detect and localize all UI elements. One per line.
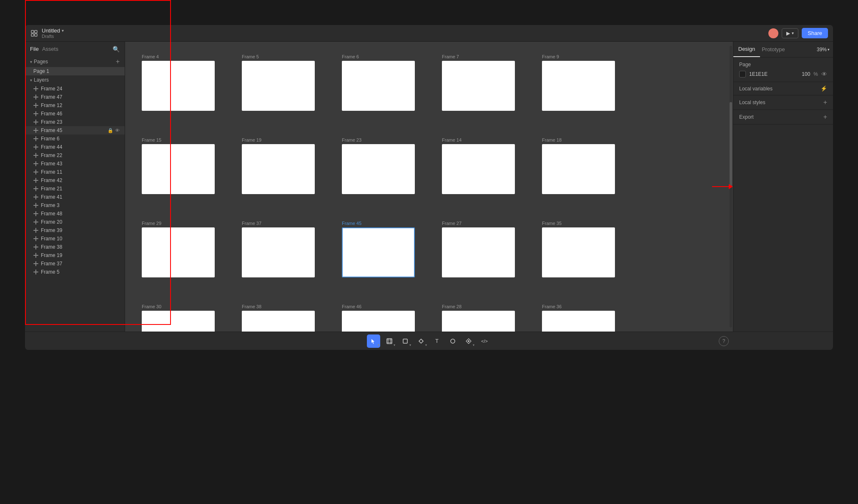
canvas-area[interactable]: Frame 4 Frame 5 Frame 6 Frame 7 (125, 42, 733, 332)
layer-frame22[interactable]: Frame 22 (25, 151, 125, 160)
frame-item-6[interactable]: Frame 6 (342, 54, 417, 117)
frame-box-28[interactable] (442, 311, 515, 332)
tool-components[interactable]: ▾ (462, 334, 475, 348)
file-name[interactable]: Untitled ▾ (42, 27, 64, 34)
frame-item-37[interactable]: Frame 37 (242, 221, 317, 283)
tool-frame[interactable]: ▾ (383, 334, 396, 348)
layer-frame39[interactable]: Frame 39 (25, 226, 125, 235)
frame-box-38[interactable] (242, 311, 315, 332)
local-variables-row[interactable]: Local variables ⚡ (733, 82, 833, 95)
tab-design[interactable]: Design (733, 42, 760, 57)
frame-box-30[interactable] (142, 311, 215, 332)
layer-frame20[interactable]: Frame 20 (25, 218, 125, 226)
layer-frame6[interactable]: Frame 6 (25, 135, 125, 143)
tool-pen[interactable]: ▾ (414, 334, 428, 348)
layer-frame41[interactable]: Frame 41 (25, 193, 125, 201)
layer-frame19[interactable]: Frame 19 (25, 251, 125, 259)
layer-frame5[interactable]: Frame 5 (25, 268, 125, 276)
frame-box-37[interactable] (242, 227, 315, 277)
pages-section-header[interactable]: ▾ Pages + (25, 56, 125, 67)
share-button[interactable]: Share (802, 28, 828, 38)
frame-box-19[interactable] (242, 144, 315, 194)
frame-icon (33, 103, 38, 108)
layers-section-header[interactable]: ▾ Layers (25, 75, 125, 85)
color-swatch[interactable] (739, 71, 746, 77)
frame-item-27[interactable]: Frame 27 (442, 221, 517, 283)
frame-item-15[interactable]: Frame 15 (142, 137, 217, 200)
local-styles-row[interactable]: Local styles + (733, 95, 833, 110)
frame-box-9[interactable] (542, 61, 615, 111)
frame-box-35[interactable] (542, 227, 615, 277)
tab-prototype[interactable]: Prototype (760, 42, 787, 57)
frame-item-29[interactable]: Frame 29 (142, 221, 217, 283)
frame-box-36[interactable] (542, 311, 615, 332)
avatar[interactable] (768, 28, 778, 38)
local-styles-add[interactable]: + (823, 99, 827, 106)
frame-box-4[interactable] (142, 61, 215, 111)
export-row[interactable]: Export + (733, 110, 833, 125)
search-icon[interactable]: 🔍 (113, 46, 120, 52)
layer-frame46[interactable]: Frame 46 (25, 110, 125, 118)
frame-box-27[interactable] (442, 227, 515, 277)
layer-frame21[interactable]: Frame 21 (25, 185, 125, 193)
tool-text[interactable]: T (430, 334, 444, 348)
frame-box-46[interactable] (342, 311, 415, 332)
frame-item-9[interactable]: Frame 9 (542, 54, 617, 117)
tool-rect[interactable]: ▾ (399, 334, 412, 348)
layer-frame10[interactable]: Frame 10 (25, 235, 125, 243)
layer-frame48[interactable]: Frame 48 (25, 210, 125, 218)
layer-frame43[interactable]: Frame 43 (25, 160, 125, 168)
layer-frame42[interactable]: Frame 42 (25, 176, 125, 185)
pages-add-icon[interactable]: + (116, 58, 120, 65)
frame-item-5[interactable]: Frame 5 (242, 54, 317, 117)
tool-code[interactable]: </> (478, 334, 491, 348)
frame-item-30[interactable]: Frame 30 (142, 304, 217, 332)
tab-file[interactable]: File (30, 45, 39, 53)
grid-icon[interactable] (30, 29, 38, 37)
frame-item-45-canvas[interactable]: Frame 45 (342, 221, 417, 283)
visibility-toggle[interactable]: 👁 (821, 71, 827, 77)
frame-item-28[interactable]: Frame 28 (442, 304, 517, 332)
frame-item-14[interactable]: Frame 14 (442, 137, 517, 200)
frame-box-45[interactable] (342, 227, 415, 277)
frame-item-7[interactable]: Frame 7 (442, 54, 517, 117)
frame-item-35[interactable]: Frame 35 (542, 221, 617, 283)
lock-icon[interactable]: 🔒 (108, 128, 113, 133)
frame-box-18[interactable] (542, 144, 615, 194)
frame-box-29[interactable] (142, 227, 215, 277)
layer-frame38[interactable]: Frame 38 (25, 243, 125, 251)
layer-frame24[interactable]: Frame 24 (25, 85, 125, 93)
help-button[interactable]: ? (719, 336, 729, 346)
tab-assets[interactable]: Assets (42, 45, 58, 53)
frame-item-19[interactable]: Frame 19 (242, 137, 317, 200)
frame-item-4[interactable]: Frame 4 (142, 54, 217, 117)
layer-frame45[interactable]: Frame 45 🔒 👁 (25, 126, 125, 135)
frame-box-14[interactable] (442, 144, 515, 194)
export-add[interactable]: + (823, 113, 827, 121)
frame-item-23[interactable]: Frame 23 (342, 137, 417, 200)
layer-frame11[interactable]: Frame 11 (25, 168, 125, 176)
layer-frame3[interactable]: Frame 3 (25, 201, 125, 210)
tool-ellipse[interactable] (446, 334, 459, 348)
frame-box-6[interactable] (342, 61, 415, 111)
layer-frame23[interactable]: Frame 23 (25, 118, 125, 126)
frame-item-46-canvas[interactable]: Frame 46 (342, 304, 417, 332)
frame-box-7[interactable] (442, 61, 515, 111)
page-1-item[interactable]: Page 1 (25, 67, 125, 75)
scrollbar-thumb[interactable] (730, 102, 732, 187)
frame-box-15[interactable] (142, 144, 215, 194)
play-button[interactable]: ▶ ▾ (782, 28, 798, 38)
zoom-control[interactable]: 39% ▾ (813, 47, 833, 52)
layer-frame47[interactable]: Frame 47 (25, 93, 125, 101)
frame-item-18[interactable]: Frame 18 (542, 137, 617, 200)
frame-item-36[interactable]: Frame 36 (542, 304, 617, 332)
frame-box-23[interactable] (342, 144, 415, 194)
layer-frame12[interactable]: Frame 12 (25, 101, 125, 110)
frame-box-5[interactable] (242, 61, 315, 111)
frame-item-38[interactable]: Frame 38 (242, 304, 317, 332)
layer-frame44[interactable]: Frame 44 (25, 143, 125, 151)
tool-select[interactable]: ▾ (367, 334, 380, 348)
local-variables-icon[interactable]: ⚡ (820, 85, 827, 92)
eye-icon[interactable]: 👁 (115, 128, 120, 133)
layer-frame37[interactable]: Frame 37 (25, 259, 125, 268)
